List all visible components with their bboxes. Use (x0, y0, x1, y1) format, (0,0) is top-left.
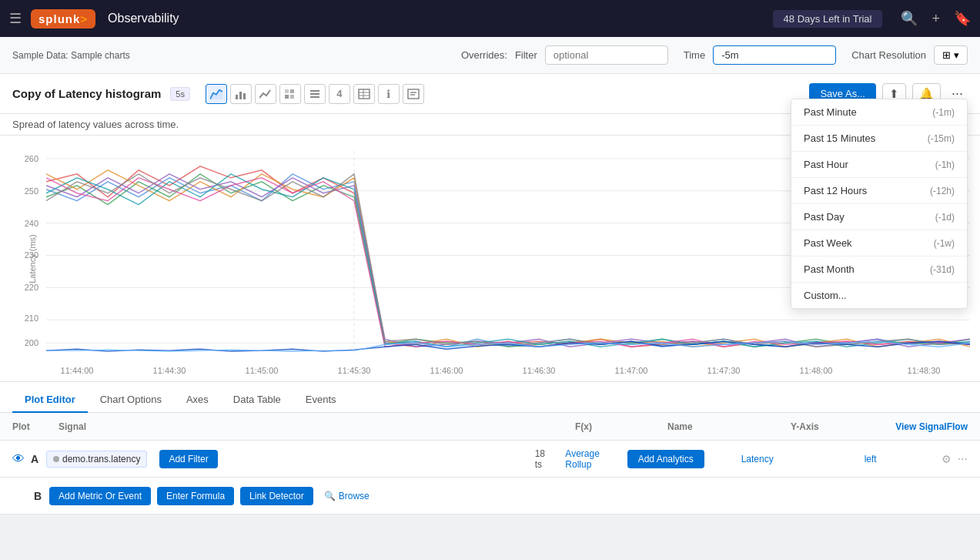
bar-chart-icon[interactable] (230, 84, 252, 104)
chart-resolution-button[interactable]: ⊞ ▾ (934, 45, 968, 65)
overrides-label: Overrides: (461, 49, 507, 61)
time-option-past-hour[interactable]: Past Hour (-1h) (791, 152, 967, 178)
time-input[interactable] (713, 45, 836, 65)
text-icon[interactable] (403, 84, 424, 104)
signal-metric-a: demo.trans.latency (62, 454, 140, 464)
yaxis-area-a: left (865, 453, 942, 464)
visibility-toggle-a[interactable]: 👁 (12, 452, 25, 466)
add-filter-button-a[interactable]: Add Filter (159, 450, 217, 468)
time-option-code: (-1m) (932, 107, 955, 118)
svg-text:210: 210 (25, 314, 38, 323)
svg-rect-6 (285, 95, 289, 99)
refresh-badge: 5s (170, 87, 190, 101)
fx-area-a: 18 ts Average Rollup (526, 448, 618, 470)
trial-badge: 48 Days Left in Trial (773, 10, 883, 28)
hamburger-icon[interactable]: ☰ (9, 10, 22, 27)
heatmap-icon[interactable] (279, 84, 301, 104)
search-icon[interactable]: 🔍 (901, 10, 918, 27)
y-axis-label: Latency (ms) (28, 234, 37, 283)
nav-icons: 🔍 + 🔖 (901, 10, 971, 27)
name-area-a: Latency (741, 453, 865, 464)
plot-letter-a: A (31, 453, 46, 465)
svg-text:11:48:00: 11:48:00 (800, 366, 833, 375)
chart-resolution-label: Chart Resolution (851, 49, 926, 61)
enter-formula-button-b[interactable]: Enter Formula (157, 487, 234, 505)
more-menu-a[interactable]: ··· (958, 452, 968, 466)
table-icon[interactable] (353, 84, 375, 104)
row-actions-a: ⚙ ··· (942, 452, 968, 466)
time-input-wrapper (713, 45, 836, 65)
svg-rect-1 (236, 95, 238, 99)
bookmark-icon[interactable]: 🔖 (954, 10, 971, 27)
plot-editor: Plot Signal F(x) Name Y-Axis View Signal… (0, 413, 980, 515)
info-icon[interactable]: ℹ (378, 84, 400, 104)
time-option-code: (-1d) (935, 212, 955, 223)
svg-text:11:46:00: 11:46:00 (430, 366, 463, 375)
name-link-a[interactable]: Latency (741, 454, 774, 464)
link-detector-button-b[interactable]: Link Detector (240, 487, 313, 505)
avg-rollup-link-a[interactable]: Average Rollup (565, 448, 617, 470)
time-option-past-week[interactable]: Past Week (-1w) (791, 230, 967, 257)
analytics-area-a: Add Analytics (618, 450, 741, 468)
chart-type-icons: 4 ℹ (206, 84, 424, 104)
svg-text:11:47:00: 11:47:00 (615, 366, 648, 375)
time-option-code: (-12h) (930, 186, 955, 196)
overrides-bar: Sample Data: Sample charts Overrides: Fi… (0, 37, 980, 74)
sample-label: Sample Data: Sample charts (12, 50, 130, 61)
svg-text:240: 240 (25, 219, 38, 228)
time-label: Time (684, 49, 705, 61)
signal-area-a: demo.trans.latency Add Filter (46, 450, 526, 468)
col-name-label: Name (667, 421, 791, 432)
tab-chart-options[interactable]: Chart Options (88, 387, 174, 413)
list-icon[interactable] (304, 84, 326, 104)
signal-tag-a: demo.trans.latency (46, 451, 147, 468)
tab-axes[interactable]: Axes (174, 387, 221, 413)
logo: splunk> (31, 9, 95, 29)
col-yaxis-label: Y-Axis (791, 421, 868, 432)
number-icon[interactable]: 4 (329, 84, 350, 104)
time-option-custom[interactable]: Custom... (791, 283, 967, 308)
time-option-label: Past Hour (804, 159, 848, 170)
time-option-label: Past Week (804, 237, 852, 249)
time-option-past-15min[interactable]: Past 15 Minutes (-15m) (791, 126, 967, 152)
grid-icon: ⊞ (942, 49, 951, 61)
time-option-label: Past 12 Hours (804, 185, 867, 196)
tab-data-table[interactable]: Data Table (221, 387, 293, 413)
add-analytics-button-a[interactable]: Add Analytics (627, 450, 704, 468)
area-chart-icon[interactable] (206, 84, 227, 104)
gear-icon-a[interactable]: ⚙ (942, 453, 952, 465)
col-signal-label: Signal (59, 421, 575, 432)
time-dropdown: Past Minute (-1m) Past 15 Minutes (-15m)… (791, 99, 968, 309)
time-option-past-minute[interactable]: Past Minute (-1m) (791, 99, 967, 126)
time-option-past-day[interactable]: Past Day (-1d) (791, 204, 967, 230)
plot-editor-header: Plot Signal F(x) Name Y-Axis View Signal… (0, 413, 980, 441)
svg-rect-2 (239, 92, 242, 99)
svg-text:250: 250 (25, 186, 38, 196)
svg-rect-7 (290, 95, 294, 99)
plot-row-a: 👁 A demo.trans.latency Add Filter 18 ts … (0, 441, 980, 478)
app-title: Observability (108, 12, 179, 25)
svg-text:11:48:30: 11:48:30 (908, 366, 941, 375)
ts-count-a: 18 ts (535, 448, 552, 470)
time-option-label: Custom... (804, 290, 847, 301)
search-icon-browse: 🔍 (324, 491, 336, 501)
signal-dot-a (53, 456, 59, 462)
svg-rect-3 (243, 93, 246, 99)
time-option-code: (-31d) (930, 264, 955, 275)
svg-text:200: 200 (25, 338, 38, 347)
col-fx-label: F(x) (575, 421, 667, 432)
line-chart-icon[interactable] (255, 84, 276, 104)
tab-events[interactable]: Events (293, 387, 349, 413)
tab-plot-editor[interactable]: Plot Editor (12, 387, 88, 413)
yaxis-link-a[interactable]: left (865, 454, 877, 464)
time-option-past-month[interactable]: Past Month (-31d) (791, 257, 967, 283)
svg-rect-4 (285, 89, 289, 93)
filter-input[interactable] (545, 45, 668, 65)
svg-text:220: 220 (25, 283, 38, 292)
browse-link-b[interactable]: 🔍 Browse (324, 491, 370, 501)
plus-icon[interactable]: + (932, 11, 940, 27)
time-option-past-12hours[interactable]: Past 12 Hours (-12h) (791, 178, 967, 204)
add-metric-button-b[interactable]: Add Metric Or Event (49, 487, 151, 505)
view-signalflow-link[interactable]: View SignalFlow (868, 421, 968, 432)
svg-text:11:45:30: 11:45:30 (338, 366, 371, 375)
